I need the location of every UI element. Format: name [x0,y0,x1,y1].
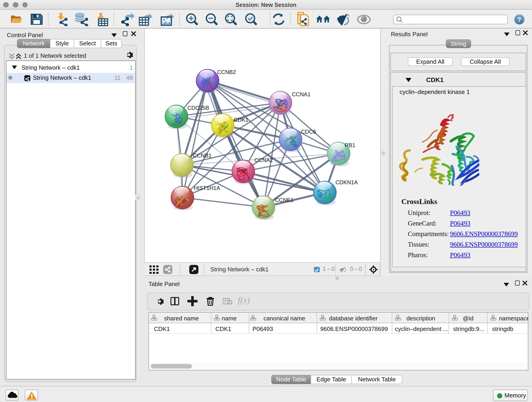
svg-text:CCNA2: CCNA2 [254,157,273,163]
svg-text:CCNB2: CCNB2 [217,69,236,75]
svg-text:CDKN1A: CDKN1A [336,179,358,185]
svg-text:CCNE1: CCNE1 [275,197,293,203]
svg-text:CCNA1: CCNA1 [292,91,310,97]
svg-text:CDC25B: CDC25B [187,105,209,111]
svg-text:RB1: RB1 [345,142,355,148]
svg-text:CDC6: CDC6 [301,128,316,135]
svg-text:CDK1: CDK1 [234,117,248,123]
svg-text:CCNB1: CCNB1 [193,153,211,159]
svg-text:HIST1H1A: HIST1H1A [194,185,220,191]
